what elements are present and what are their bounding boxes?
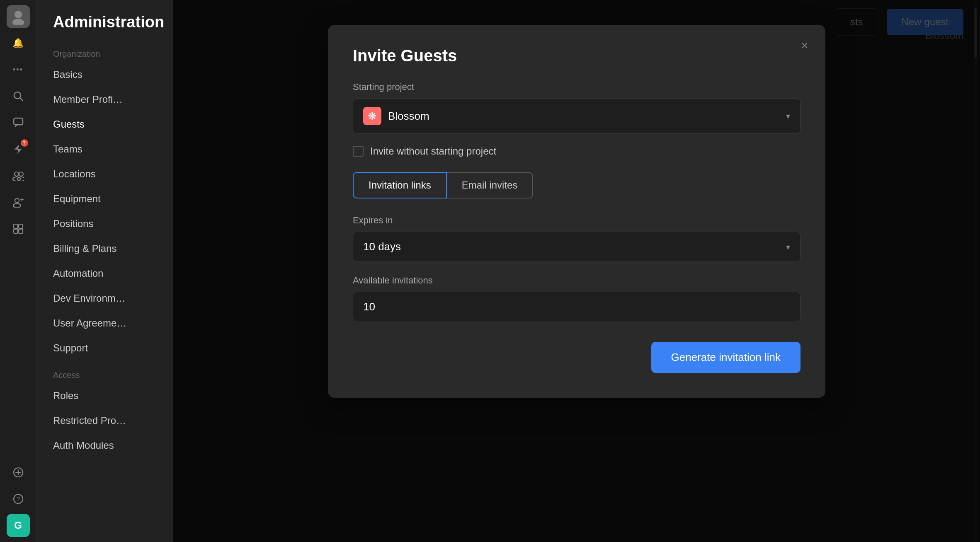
- nav-sidebar: Administration Organization Basics Membe…: [36, 0, 173, 542]
- project-dropdown-chevron: ▾: [786, 111, 790, 121]
- modal-close-button[interactable]: ×: [796, 36, 814, 55]
- nav-item-teams[interactable]: Teams: [36, 137, 173, 162]
- icon-sidebar: 🔔 ••• 7: [0, 0, 36, 542]
- available-field-group: Available invitations: [353, 275, 800, 322]
- svg-rect-13: [14, 224, 18, 228]
- project-icon: ❋: [363, 107, 381, 125]
- nav-item-positions[interactable]: Positions: [36, 211, 173, 236]
- add-icon[interactable]: [7, 461, 30, 484]
- tab-email-invites[interactable]: Email invites: [447, 172, 534, 198]
- svg-rect-14: [19, 224, 23, 228]
- modal-footer: Generate invitation link: [353, 342, 800, 373]
- search-icon[interactable]: [7, 85, 30, 108]
- expires-field-group: Expires in 10 days ▾: [353, 215, 800, 262]
- help-icon[interactable]: ?: [7, 487, 30, 511]
- avatar[interactable]: [7, 5, 30, 28]
- svg-rect-15: [14, 229, 18, 233]
- nav-item-auth-modules[interactable]: Auth Modules: [36, 433, 173, 458]
- starting-project-label: Starting project: [353, 82, 800, 92]
- svg-point-5: [15, 172, 19, 176]
- svg-line-3: [20, 98, 23, 101]
- people-icon[interactable]: [7, 164, 30, 187]
- main-content: sts New guest Blossom × Invite Guests St…: [173, 0, 980, 542]
- access-section-label: Access: [36, 361, 173, 383]
- invite-without-checkbox[interactable]: [353, 146, 364, 157]
- chat-icon[interactable]: [7, 111, 30, 134]
- expires-label: Expires in: [353, 215, 800, 226]
- nav-item-equipment[interactable]: Equipment: [36, 186, 173, 211]
- invite-without-label: Invite without starting project: [370, 145, 496, 157]
- invite-guests-modal: × Invite Guests Starting project ❋ Bloss…: [328, 25, 825, 398]
- tab-invitation-links[interactable]: Invitation links: [353, 172, 447, 198]
- nav-item-automation[interactable]: Automation: [36, 261, 173, 286]
- page-title: Administration: [36, 0, 173, 39]
- guests-icon[interactable]: [7, 191, 30, 214]
- expires-value: 10 days: [363, 240, 786, 253]
- tab-group: Invitation links Email invites: [353, 172, 800, 198]
- project-dropdown[interactable]: ❋ Blossom ▾: [353, 98, 800, 134]
- svg-rect-16: [19, 229, 23, 233]
- nav-item-locations[interactable]: Locations: [36, 162, 173, 186]
- generate-invitation-link-button[interactable]: Generate invitation link: [651, 342, 800, 373]
- available-input[interactable]: [353, 292, 800, 322]
- svg-rect-4: [14, 118, 23, 125]
- nav-item-basics[interactable]: Basics: [36, 62, 173, 87]
- nav-item-user-agreement[interactable]: User Agreeme…: [36, 311, 173, 336]
- more-icon[interactable]: •••: [7, 58, 30, 81]
- puzzle-icon[interactable]: [7, 217, 30, 240]
- nav-item-guests[interactable]: Guests: [36, 112, 173, 137]
- modal-overlay: × Invite Guests Starting project ❋ Bloss…: [173, 0, 980, 542]
- available-label: Available invitations: [353, 275, 800, 286]
- notification-icon[interactable]: 🔔: [7, 31, 30, 55]
- nav-item-dev-env[interactable]: Dev Environm…: [36, 286, 173, 311]
- svg-point-1: [12, 19, 24, 25]
- nav-item-member-profile[interactable]: Member Profi…: [36, 87, 173, 112]
- nav-item-billing[interactable]: Billing & Plans: [36, 236, 173, 261]
- invite-without-row: Invite without starting project: [353, 145, 800, 157]
- svg-point-9: [15, 198, 19, 203]
- svg-text:?: ?: [17, 496, 20, 502]
- expires-chevron: ▾: [786, 242, 790, 252]
- svg-point-6: [19, 172, 23, 176]
- nav-item-restricted[interactable]: Restricted Pro…: [36, 408, 173, 433]
- lightning-badge: 7: [21, 139, 28, 147]
- modal-title: Invite Guests: [353, 46, 800, 65]
- nav-item-roles[interactable]: Roles: [36, 383, 173, 408]
- lightning-icon[interactable]: 7: [7, 138, 30, 161]
- project-name: Blossom: [388, 110, 779, 123]
- org-section-label: Organization: [36, 39, 173, 62]
- nav-item-support[interactable]: Support: [36, 336, 173, 361]
- g-button[interactable]: G: [7, 514, 30, 537]
- svg-point-10: [13, 203, 21, 208]
- expires-dropdown[interactable]: 10 days ▾: [353, 232, 800, 262]
- svg-point-0: [15, 11, 22, 18]
